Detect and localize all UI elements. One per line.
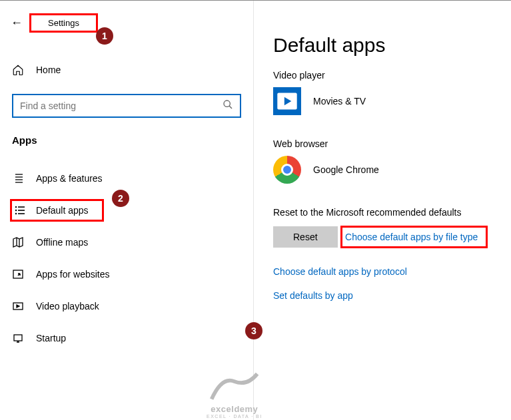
reset-description: Reset to the Microsoft recommended defau… bbox=[273, 207, 504, 218]
window-title: Settings bbox=[29, 13, 98, 33]
link-default-by-protocol[interactable]: Choose default apps by protocol bbox=[273, 266, 504, 277]
sidebar-item-offline-maps[interactable]: Offline maps bbox=[0, 226, 253, 258]
annotation-callout-2: 2 bbox=[112, 190, 129, 207]
svg-rect-15 bbox=[13, 270, 23, 278]
nav-label: Apps & features bbox=[36, 173, 103, 184]
sidebar-item-startup[interactable]: Startup bbox=[0, 322, 253, 354]
link-default-by-filetype[interactable]: Choose default apps by file type bbox=[340, 226, 488, 248]
watermark-tagline: EXCEL · DATA · BI bbox=[207, 414, 262, 419]
apps-features-icon bbox=[12, 172, 24, 184]
svg-rect-10 bbox=[18, 206, 25, 208]
default-apps-icon bbox=[14, 204, 26, 216]
home-icon bbox=[12, 64, 24, 76]
watermark-logo: exceldemy bbox=[207, 404, 262, 414]
search-box[interactable] bbox=[12, 94, 241, 118]
annotation-callout-3: 3 bbox=[245, 322, 262, 339]
nav-label: Apps for websites bbox=[36, 269, 110, 280]
browser-app-name: Google Chrome bbox=[313, 164, 379, 175]
vertical-divider bbox=[253, 1, 254, 420]
annotation-callout-1: 1 bbox=[96, 27, 113, 45]
web-browser-selector[interactable]: Google Chrome bbox=[273, 156, 504, 184]
svg-point-11 bbox=[15, 210, 17, 211]
movies-tv-icon bbox=[273, 87, 301, 115]
watermark: exceldemy EXCEL · DATA · BI bbox=[207, 369, 262, 419]
sidebar-item-apps-websites[interactable]: Apps for websites bbox=[0, 258, 253, 290]
chrome-icon bbox=[273, 156, 301, 184]
nav-label: Default apps bbox=[36, 205, 89, 216]
svg-point-9 bbox=[15, 206, 17, 208]
sidebar-item-home[interactable]: Home bbox=[0, 58, 253, 82]
search-icon bbox=[223, 99, 233, 112]
video-player-selector[interactable]: Movies & TV bbox=[273, 87, 504, 115]
startup-icon bbox=[12, 332, 24, 344]
link-set-defaults-by-app[interactable]: Set defaults by app bbox=[273, 290, 504, 301]
svg-rect-14 bbox=[18, 213, 25, 214]
sidebar-heading-apps: Apps bbox=[12, 134, 253, 146]
search-input[interactable] bbox=[20, 101, 223, 111]
sidebar-item-apps-features[interactable]: Apps & features bbox=[0, 162, 253, 194]
video-playback-icon bbox=[12, 300, 24, 312]
video-app-name: Movies & TV bbox=[313, 96, 366, 106]
home-label: Home bbox=[36, 65, 61, 75]
web-browser-label: Web browser bbox=[273, 138, 504, 149]
offline-maps-icon bbox=[12, 236, 24, 248]
nav-label: Video playback bbox=[36, 301, 99, 312]
video-player-label: Video player bbox=[273, 70, 504, 81]
svg-rect-12 bbox=[18, 210, 25, 211]
nav-label: Offline maps bbox=[36, 237, 88, 248]
svg-rect-17 bbox=[14, 335, 22, 341]
reset-button[interactable]: Reset bbox=[273, 226, 338, 248]
apps-websites-icon bbox=[12, 268, 24, 280]
svg-point-0 bbox=[224, 101, 230, 106]
nav-label: Startup bbox=[36, 333, 66, 343]
page-title: Default apps bbox=[273, 34, 504, 57]
back-icon[interactable]: ← bbox=[11, 16, 23, 30]
svg-point-13 bbox=[15, 213, 17, 214]
sidebar-item-video-playback[interactable]: Video playback bbox=[0, 290, 253, 322]
